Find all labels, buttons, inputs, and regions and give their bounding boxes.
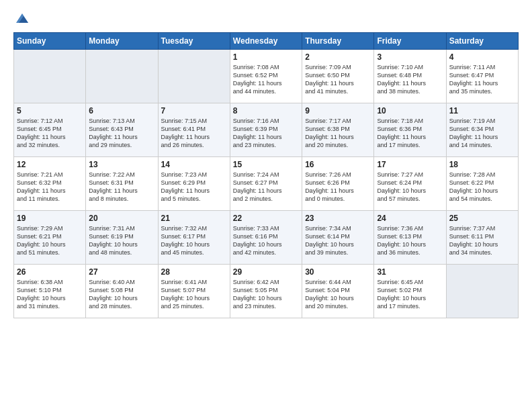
day-number: 21 — [161, 214, 227, 223]
calendar-cell: 11Sunrise: 7:19 AM Sunset: 6:34 PM Dayli… — [446, 103, 518, 157]
logo — [13, 11, 30, 26]
day-number: 31 — [377, 267, 443, 277]
day-number: 16 — [305, 160, 371, 169]
calendar-cell: 14Sunrise: 7:23 AM Sunset: 6:29 PM Dayli… — [158, 157, 230, 211]
calendar-cell: 30Sunrise: 6:44 AM Sunset: 5:04 PM Dayli… — [302, 265, 374, 318]
calendar-cell: 26Sunrise: 6:38 AM Sunset: 5:10 PM Dayli… — [14, 265, 86, 318]
day-number: 3 — [377, 52, 443, 62]
day-info: Sunrise: 7:26 AM Sunset: 6:26 PM Dayligh… — [305, 171, 371, 203]
calendar-cell: 31Sunrise: 6:45 AM Sunset: 5:02 PM Dayli… — [374, 265, 446, 318]
day-info: Sunrise: 7:18 AM Sunset: 6:36 PM Dayligh… — [377, 117, 443, 150]
day-info: Sunrise: 7:23 AM Sunset: 6:29 PM Dayligh… — [161, 171, 227, 203]
day-number: 26 — [17, 267, 83, 277]
day-info: Sunrise: 7:27 AM Sunset: 6:24 PM Dayligh… — [377, 171, 443, 203]
calendar-cell: 9Sunrise: 7:17 AM Sunset: 6:38 PM Daylig… — [302, 103, 374, 157]
calendar-cell: 3Sunrise: 7:10 AM Sunset: 6:48 PM Daylig… — [374, 50, 446, 103]
day-info: Sunrise: 7:21 AM Sunset: 6:32 PM Dayligh… — [17, 171, 83, 203]
calendar-table: SundayMondayTuesdayWednesdayThursdayFrid… — [13, 32, 519, 318]
day-number: 23 — [305, 214, 371, 223]
weekday-header-friday: Friday — [374, 33, 446, 50]
day-number: 1 — [233, 52, 299, 62]
day-number: 13 — [89, 160, 154, 169]
day-number: 17 — [377, 160, 443, 169]
weekday-header-monday: Monday — [86, 33, 158, 50]
day-number: 18 — [449, 160, 515, 169]
day-info: Sunrise: 7:12 AM Sunset: 6:45 PM Dayligh… — [17, 117, 83, 150]
calendar-cell: 19Sunrise: 7:29 AM Sunset: 6:21 PM Dayli… — [14, 211, 86, 265]
day-number: 19 — [17, 214, 83, 223]
calendar-cell: 21Sunrise: 7:32 AM Sunset: 6:17 PM Dayli… — [158, 211, 230, 265]
day-info: Sunrise: 7:36 AM Sunset: 6:13 PM Dayligh… — [377, 224, 443, 257]
weekday-header-tuesday: Tuesday — [158, 33, 230, 50]
day-info: Sunrise: 6:42 AM Sunset: 5:05 PM Dayligh… — [233, 278, 299, 311]
calendar-cell: 28Sunrise: 6:41 AM Sunset: 5:07 PM Dayli… — [158, 265, 230, 318]
weekday-header-wednesday: Wednesday — [230, 33, 302, 50]
day-number: 22 — [233, 214, 299, 223]
day-info: Sunrise: 6:45 AM Sunset: 5:02 PM Dayligh… — [377, 278, 443, 311]
day-number: 14 — [161, 160, 227, 169]
calendar-week-row: 26Sunrise: 6:38 AM Sunset: 5:10 PM Dayli… — [14, 265, 519, 318]
day-info: Sunrise: 7:15 AM Sunset: 6:41 PM Dayligh… — [161, 117, 227, 150]
calendar-cell — [446, 265, 518, 318]
calendar-cell: 23Sunrise: 7:34 AM Sunset: 6:14 PM Dayli… — [302, 211, 374, 265]
day-number: 10 — [377, 106, 443, 116]
day-number: 6 — [89, 106, 154, 116]
calendar-cell: 13Sunrise: 7:22 AM Sunset: 6:31 PM Dayli… — [86, 157, 158, 211]
day-info: Sunrise: 7:08 AM Sunset: 6:52 PM Dayligh… — [233, 63, 299, 96]
calendar-cell: 7Sunrise: 7:15 AM Sunset: 6:41 PM Daylig… — [158, 103, 230, 157]
day-number: 8 — [233, 106, 299, 116]
calendar-cell: 27Sunrise: 6:40 AM Sunset: 5:08 PM Dayli… — [86, 265, 158, 318]
day-info: Sunrise: 7:37 AM Sunset: 6:11 PM Dayligh… — [449, 224, 515, 257]
day-number: 27 — [89, 267, 154, 277]
calendar-cell: 1Sunrise: 7:08 AM Sunset: 6:52 PM Daylig… — [230, 50, 302, 103]
calendar-cell: 25Sunrise: 7:37 AM Sunset: 6:11 PM Dayli… — [446, 211, 518, 265]
weekday-header-row: SundayMondayTuesdayWednesdayThursdayFrid… — [14, 33, 519, 50]
calendar-week-row: 1Sunrise: 7:08 AM Sunset: 6:52 PM Daylig… — [14, 50, 519, 103]
day-info: Sunrise: 7:32 AM Sunset: 6:17 PM Dayligh… — [161, 224, 227, 257]
calendar-cell — [14, 50, 86, 103]
day-number: 15 — [233, 160, 299, 169]
day-number: 29 — [233, 267, 299, 277]
calendar-cell — [86, 50, 158, 103]
calendar-cell: 29Sunrise: 6:42 AM Sunset: 5:05 PM Dayli… — [230, 265, 302, 318]
day-info: Sunrise: 7:19 AM Sunset: 6:34 PM Dayligh… — [449, 117, 515, 150]
day-info: Sunrise: 7:31 AM Sunset: 6:19 PM Dayligh… — [89, 224, 154, 257]
day-info: Sunrise: 7:22 AM Sunset: 6:31 PM Dayligh… — [89, 171, 154, 203]
calendar-cell: 16Sunrise: 7:26 AM Sunset: 6:26 PM Dayli… — [302, 157, 374, 211]
calendar-cell: 2Sunrise: 7:09 AM Sunset: 6:50 PM Daylig… — [302, 50, 374, 103]
day-number: 24 — [377, 214, 443, 223]
calendar-cell: 4Sunrise: 7:11 AM Sunset: 6:47 PM Daylig… — [446, 50, 518, 103]
calendar-week-row: 5Sunrise: 7:12 AM Sunset: 6:45 PM Daylig… — [14, 103, 519, 157]
calendar-cell: 15Sunrise: 7:24 AM Sunset: 6:27 PM Dayli… — [230, 157, 302, 211]
day-number: 4 — [449, 52, 515, 62]
day-info: Sunrise: 7:09 AM Sunset: 6:50 PM Dayligh… — [305, 63, 371, 96]
logo-icon — [15, 11, 30, 26]
day-number: 12 — [17, 160, 83, 169]
day-info: Sunrise: 6:40 AM Sunset: 5:08 PM Dayligh… — [89, 278, 154, 311]
calendar-cell: 18Sunrise: 7:28 AM Sunset: 6:22 PM Dayli… — [446, 157, 518, 211]
calendar-cell: 10Sunrise: 7:18 AM Sunset: 6:36 PM Dayli… — [374, 103, 446, 157]
day-number: 2 — [305, 52, 371, 62]
day-info: Sunrise: 7:34 AM Sunset: 6:14 PM Dayligh… — [305, 224, 371, 257]
calendar-cell: 20Sunrise: 7:31 AM Sunset: 6:19 PM Dayli… — [86, 211, 158, 265]
day-number: 5 — [17, 106, 83, 116]
calendar-cell: 22Sunrise: 7:33 AM Sunset: 6:16 PM Dayli… — [230, 211, 302, 265]
calendar-cell: 17Sunrise: 7:27 AM Sunset: 6:24 PM Dayli… — [374, 157, 446, 211]
header — [13, 11, 519, 26]
calendar-page: SundayMondayTuesdayWednesdayThursdayFrid… — [0, 0, 532, 411]
day-info: Sunrise: 7:29 AM Sunset: 6:21 PM Dayligh… — [17, 224, 83, 257]
calendar-cell: 5Sunrise: 7:12 AM Sunset: 6:45 PM Daylig… — [14, 103, 86, 157]
day-number: 28 — [161, 267, 227, 277]
day-info: Sunrise: 6:41 AM Sunset: 5:07 PM Dayligh… — [161, 278, 227, 311]
weekday-header-thursday: Thursday — [302, 33, 374, 50]
day-number: 9 — [305, 106, 371, 116]
weekday-header-sunday: Sunday — [14, 33, 86, 50]
calendar-cell — [158, 50, 230, 103]
day-info: Sunrise: 7:11 AM Sunset: 6:47 PM Dayligh… — [449, 63, 515, 96]
day-info: Sunrise: 6:44 AM Sunset: 5:04 PM Dayligh… — [305, 278, 371, 311]
calendar-cell: 8Sunrise: 7:16 AM Sunset: 6:39 PM Daylig… — [230, 103, 302, 157]
day-info: Sunrise: 7:13 AM Sunset: 6:43 PM Dayligh… — [89, 117, 154, 150]
day-info: Sunrise: 7:28 AM Sunset: 6:22 PM Dayligh… — [449, 171, 515, 203]
calendar-cell: 6Sunrise: 7:13 AM Sunset: 6:43 PM Daylig… — [86, 103, 158, 157]
calendar-cell: 24Sunrise: 7:36 AM Sunset: 6:13 PM Dayli… — [374, 211, 446, 265]
